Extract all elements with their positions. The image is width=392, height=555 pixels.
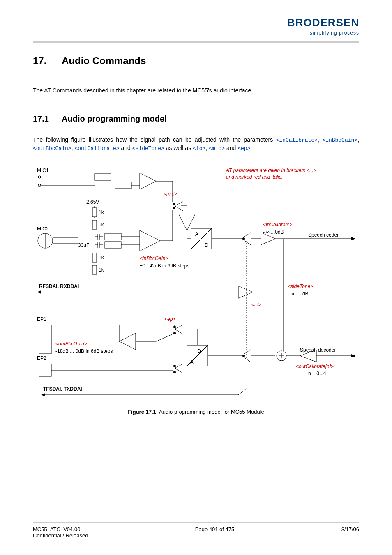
svg-rect-12	[92, 208, 97, 217]
figure-caption-text: Audio programming model for MC55 Module	[158, 409, 264, 415]
label-d: D	[205, 242, 208, 248]
sep: as well as	[164, 145, 193, 151]
svg-marker-41	[179, 214, 195, 230]
svg-point-78	[173, 371, 176, 373]
footer-rule	[33, 522, 359, 523]
section-title: Audio programming model	[62, 114, 167, 123]
svg-rect-13	[92, 220, 97, 229]
brand-name: BRODERSEN	[287, 16, 359, 29]
label-ep1: EP1	[37, 316, 46, 322]
chapter-number: 17.	[33, 55, 62, 67]
label-speech-coder: Speech coder	[308, 232, 339, 238]
figure-caption: Figure 17.1: Audio programming model for…	[33, 409, 359, 415]
sep: ,	[205, 145, 209, 151]
svg-rect-33	[92, 253, 97, 262]
svg-line-88	[244, 358, 251, 362]
svg-rect-34	[92, 265, 97, 274]
header-rule	[33, 41, 359, 43]
svg-rect-5	[115, 182, 131, 189]
label-outcalibrate: <outCalibrate[n]>	[296, 364, 334, 369]
label-io: <io>	[251, 302, 261, 308]
label-tfsdai: TFSDAI, TXDDAI	[43, 386, 82, 392]
svg-line-38	[175, 206, 183, 211]
diagram-note2: and marked red and italic.	[226, 174, 283, 180]
page-footer: MC55_ATC_V04.00 Confidential / Released …	[33, 522, 359, 539]
svg-point-35	[173, 203, 175, 205]
svg-line-48	[244, 233, 251, 237]
label-sidetone-range: - ∞ ...0dB	[288, 291, 309, 297]
label-inbbcgain: <inBbcGain>	[140, 256, 168, 261]
svg-line-37	[175, 202, 183, 206]
label-ep-param: <ep>	[164, 316, 175, 322]
svg-rect-61	[39, 325, 51, 354]
label-outcalibrate-range: n = 0...4	[308, 371, 326, 376]
label-mic2: MIC2	[37, 226, 49, 232]
svg-marker-57	[238, 286, 253, 298]
footer-confidentiality: Confidential / Released	[33, 532, 88, 539]
sep: and	[225, 145, 238, 151]
svg-line-80	[175, 368, 183, 373]
svg-marker-55	[37, 290, 41, 294]
svg-rect-27	[105, 242, 121, 248]
label-voltage: 2.65V	[86, 199, 99, 205]
label-speech-decoder: Speech decoder	[300, 347, 336, 353]
param-sidetone: <sideTone>	[132, 145, 164, 152]
svg-point-47	[242, 237, 245, 240]
svg-marker-8	[140, 173, 156, 189]
label-mic-param: <mic>	[164, 191, 177, 197]
label-1k: 1k	[99, 222, 104, 228]
svg-point-2	[38, 184, 41, 187]
sep: .	[250, 145, 252, 151]
param-outcalibrate: <outCalibrate>	[74, 145, 119, 152]
label-inbbcgain-range: +0...42dB in 6dB steps	[140, 263, 189, 269]
label-1k: 1k	[99, 267, 104, 273]
section-paragraph: The following figure illustrates how the…	[33, 136, 359, 152]
param-io: <io>	[193, 145, 205, 152]
section-number: 17.1	[33, 114, 62, 124]
figure: AT parameters are given in brackets <...…	[33, 165, 359, 401]
svg-marker-99	[41, 393, 45, 396]
label-1k: 1k	[99, 255, 104, 260]
svg-point-77	[173, 365, 176, 367]
label-incalibrate: <inCalibrate>	[263, 222, 292, 228]
param-inbbcgain: <inBbcGain>	[322, 137, 357, 143]
svg-line-73	[175, 329, 183, 334]
chapter-intro: The AT Commands described in this chapte…	[33, 87, 359, 94]
param-incalibrate: <inCalibrate>	[276, 137, 318, 143]
label-outbbcgain-range: -18dB ... 0dB in 6dB steps	[55, 348, 113, 354]
label-outbbcgain: <outBbcGain>	[55, 341, 87, 347]
svg-rect-26	[105, 233, 121, 240]
label-a: A	[195, 231, 198, 237]
label-33uf: 33uF	[78, 242, 89, 248]
footer-page-number: Page 401 of 475	[195, 526, 234, 539]
label-d2: D	[197, 348, 201, 354]
svg-point-36	[173, 207, 175, 209]
para-lead: The following figure illustrates how the…	[33, 136, 276, 143]
sep: ,	[357, 136, 359, 143]
svg-marker-53	[351, 237, 355, 240]
svg-rect-63	[39, 364, 51, 376]
chapter-heading: 17.Audio Commands	[33, 55, 359, 67]
label-ep2: EP2	[37, 355, 46, 361]
label-incalibrate-range: - ∞ ...0dB	[263, 229, 284, 235]
param-mic: <mic>	[209, 145, 225, 152]
section-heading: 17.1Audio programming model	[33, 114, 359, 124]
svg-marker-67	[119, 333, 136, 350]
svg-point-86	[242, 355, 245, 357]
label-mic1: MIC1	[37, 168, 49, 173]
svg-line-74	[156, 333, 175, 341]
brand-tagline: simplifying process	[287, 30, 359, 36]
chapter-title: Audio Commands	[62, 55, 146, 66]
footer-date: 3/17/06	[341, 526, 359, 539]
label-1k: 1k	[99, 210, 104, 215]
label-rfsdai: RFSDAI, RXDDAI	[39, 283, 79, 289]
svg-line-87	[244, 350, 251, 354]
label-sidetone: <sideTone>	[288, 283, 313, 289]
param-ep: <ep>	[238, 145, 250, 152]
figure-caption-label: Figure 17.1:	[128, 409, 158, 415]
svg-rect-4	[95, 174, 111, 180]
audio-diagram: AT parameters are given in brackets <...…	[33, 165, 357, 399]
diagram-note1: AT parameters are given in brackets <...…	[226, 168, 316, 173]
svg-point-0	[38, 176, 41, 178]
page-header: BRODERSEN simplifying process	[33, 16, 359, 40]
